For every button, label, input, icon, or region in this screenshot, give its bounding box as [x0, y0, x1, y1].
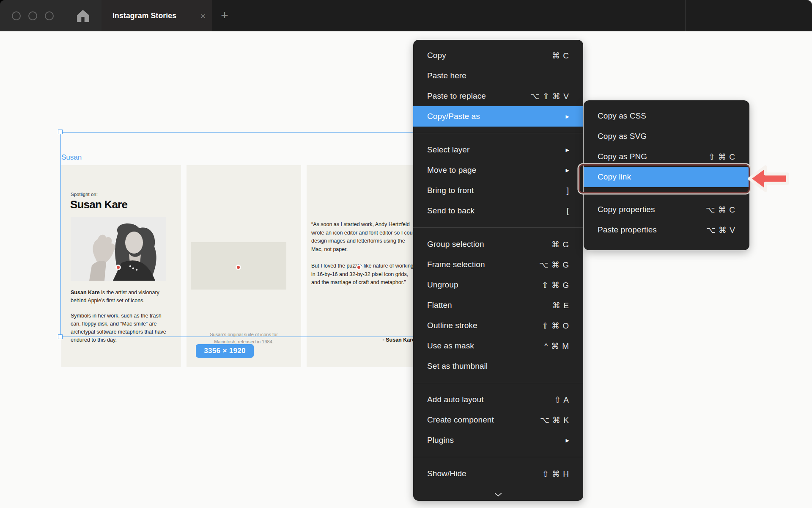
- submenu-arrow-icon: ▶: [566, 114, 569, 119]
- menu-item-label: Group selection: [427, 240, 551, 249]
- menu-separator: [413, 457, 583, 457]
- menu-item-shortcut: ⌘ G: [551, 240, 569, 249]
- menu-item-set-as-thumbnail[interactable]: Set as thumbnail: [413, 356, 583, 376]
- submenu-item-label: Paste properties: [598, 225, 706, 235]
- quote-paragraph-2: But I loved the puzzle-like nature of wo…: [311, 262, 418, 287]
- menu-item-label: Paste to replace: [427, 91, 530, 101]
- menu-item-label: Paste here: [427, 71, 569, 80]
- menu-item-label: Move to page: [427, 166, 562, 175]
- submenu-item-copy-link[interactable]: Copy link: [584, 167, 749, 187]
- figma-app-window: Instagram Stories × + Susan Spotlight on…: [0, 0, 812, 508]
- frame-label-susan[interactable]: Susan: [61, 153, 82, 162]
- menu-item-shortcut: [: [567, 206, 569, 215]
- icon-suite-caption: Susan’s original suite of icons for Maci…: [198, 331, 289, 345]
- spotlight-body-lead: Susan Kare is the artist and visionary b…: [71, 289, 171, 305]
- spotlight-title: Susan Kare: [70, 198, 127, 211]
- menu-item-label: Ungroup: [427, 280, 542, 290]
- submenu-item-label: Copy link: [598, 172, 735, 182]
- menu-item-label: Outline stroke: [427, 321, 542, 330]
- menu-item-shortcut: ⇧ ⌘ G: [542, 280, 569, 290]
- menu-item-shortcut: ⇧ A: [554, 395, 569, 405]
- submenu-item-copy-as-svg[interactable]: Copy as SVG: [584, 126, 749, 146]
- menu-item-label: Use as mask: [427, 341, 544, 351]
- menu-item-label: Copy: [427, 51, 552, 60]
- menu-item-label: Select layer: [427, 145, 562, 155]
- menu-item-shortcut: ⌥ ⇧ ⌘ V: [530, 91, 569, 101]
- menu-item-group-selection[interactable]: Group selection ⌘ G: [413, 234, 583, 254]
- menu-item-paste-to-replace[interactable]: Paste to replace ⌥ ⇧ ⌘ V: [413, 86, 583, 106]
- menu-item-ungroup[interactable]: Ungroup ⇧ ⌘ G: [413, 275, 583, 295]
- submenu-arrow-icon: ▶: [566, 168, 569, 173]
- menu-item-send-to-back[interactable]: Send to back [: [413, 201, 583, 221]
- menu-item-paste-here[interactable]: Paste here: [413, 66, 583, 86]
- submenu-item-paste-properties[interactable]: Paste properties ⌥ ⌘ V: [584, 220, 749, 240]
- story-card-icon-suite[interactable]: Susan’s original suite of icons for Maci…: [187, 165, 301, 367]
- menu-item-shortcut: ⌥ ⌘ G: [539, 260, 569, 270]
- red-pin-dot: [357, 266, 360, 269]
- menu-item-copy[interactable]: Copy ⌘ C: [413, 45, 583, 66]
- submenu-item-label: Copy as CSS: [598, 111, 735, 121]
- selection-size-badge: 3356 × 1920: [196, 344, 254, 358]
- window-controls-section: [0, 0, 102, 31]
- menu-item-label: Add auto layout: [427, 395, 554, 404]
- submenu-item-copy-as-css[interactable]: Copy as CSS: [584, 106, 749, 126]
- menu-item-copy-paste-as[interactable]: Copy/Paste as ▶: [413, 106, 583, 127]
- menu-item-bring-to-front[interactable]: Bring to front ]: [413, 180, 583, 201]
- menu-item-create-component[interactable]: Create component ⌥ ⌘ K: [413, 410, 583, 430]
- spotlight-eyebrow: Spotlight on:: [71, 192, 98, 197]
- submenu-item-shortcut: ⌥ ⌘ C: [706, 205, 735, 215]
- submenu-item-label: Copy as SVG: [598, 132, 735, 141]
- top-toolbar: Instagram Stories × +: [0, 0, 812, 31]
- submenu-item-label: Copy properties: [598, 205, 706, 214]
- story-card-spotlight[interactable]: Spotlight on: Susan Kare Susan Kare is t…: [61, 165, 181, 367]
- new-tab-button[interactable]: +: [218, 0, 231, 31]
- menu-item-flatten[interactable]: Flatten ⌘ E: [413, 295, 583, 315]
- home-icon[interactable]: [76, 9, 90, 22]
- menu-item-use-as-mask[interactable]: Use as mask ^ ⌘ M: [413, 336, 583, 356]
- menu-item-label: Flatten: [427, 301, 552, 310]
- menu-item-shortcut: ⌥ ⌘ K: [540, 415, 569, 425]
- window-close-button[interactable]: [12, 11, 21, 20]
- tab-title: Instagram Stories: [112, 11, 176, 20]
- menu-separator: [413, 133, 583, 133]
- menu-separator: [413, 383, 583, 383]
- selection-handle-top-left[interactable]: [58, 130, 63, 134]
- menu-item-label: Bring to front: [427, 186, 567, 195]
- menu-item-add-auto-layout[interactable]: Add auto layout ⇧ A: [413, 389, 583, 410]
- tab-instagram-stories[interactable]: Instagram Stories ×: [102, 0, 212, 31]
- menu-item-show-hide[interactable]: Show/Hide ⇧ ⌘ H: [413, 464, 583, 484]
- menu-item-label: Copy/Paste as: [427, 112, 562, 121]
- story-card-quote[interactable]: “As soon as I started work, Andy Hertzfe…: [307, 165, 416, 367]
- menu-item-outline-stroke[interactable]: Outline stroke ⇧ ⌘ O: [413, 315, 583, 336]
- submenu-item-shortcut: ⇧ ⌘ C: [708, 152, 735, 162]
- submenu-arrow-icon: ▶: [566, 147, 569, 153]
- menu-item-shortcut: ⇧ ⌘ O: [542, 321, 569, 331]
- menu-item-shortcut: ⌘ E: [552, 301, 569, 310]
- menu-item-select-layer[interactable]: Select layer ▶: [413, 140, 583, 160]
- menu-separator: [413, 227, 583, 228]
- close-tab-icon[interactable]: ×: [200, 11, 206, 20]
- menu-item-move-to-page[interactable]: Move to page ▶: [413, 160, 583, 180]
- menu-item-shortcut: ]: [567, 186, 569, 195]
- menu-item-frame-selection[interactable]: Frame selection ⌥ ⌘ G: [413, 254, 583, 275]
- submenu-arrow-icon: ▶: [566, 438, 569, 443]
- red-pin-dot: [237, 266, 240, 269]
- menu-item-shortcut: ^ ⌘ M: [544, 341, 569, 351]
- menu-item-label: Frame selection: [427, 260, 539, 269]
- menu-scroll-chevron-down-icon[interactable]: [494, 493, 502, 497]
- menu-item-shortcut: ⇧ ⌘ H: [542, 469, 569, 479]
- window-zoom-button[interactable]: [45, 11, 54, 20]
- menu-item-label: Show/Hide: [427, 469, 542, 478]
- context-menu: Copy ⌘ C Paste here Paste to replace ⌥ ⇧…: [413, 40, 583, 501]
- submenu-item-copy-properties[interactable]: Copy properties ⌥ ⌘ C: [584, 199, 749, 220]
- submenu-item-copy-as-png[interactable]: Copy as PNG ⇧ ⌘ C: [584, 146, 749, 167]
- menu-item-label: Create component: [427, 415, 540, 425]
- spotlight-body-lead-bold: Susan Kare: [71, 290, 100, 295]
- submenu-item-shortcut: ⌥ ⌘ V: [706, 225, 735, 235]
- copy-paste-as-submenu: Copy as CSS Copy as SVG Copy as PNG ⇧ ⌘ …: [584, 100, 749, 250]
- selection-handle-bottom-left[interactable]: [58, 334, 63, 339]
- window-minimize-button[interactable]: [28, 11, 37, 20]
- menu-item-plugins[interactable]: Plugins ▶: [413, 430, 583, 450]
- menu-item-shortcut: ⌘ C: [552, 51, 569, 61]
- menu-separator: [584, 193, 749, 193]
